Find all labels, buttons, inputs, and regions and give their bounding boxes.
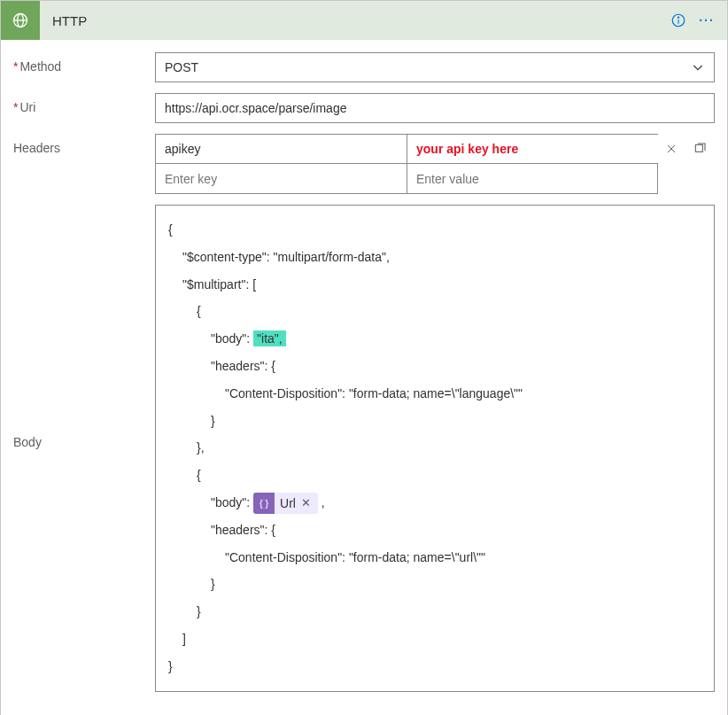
row-method: Method POST	[13, 52, 715, 82]
body-line: ]	[168, 626, 701, 653]
chevron-down-icon	[691, 60, 705, 74]
body-editor[interactable]: { "$content-type": "multipart/form-data"…	[155, 205, 715, 692]
panel-title: HTTP	[40, 13, 662, 28]
body-line: }	[168, 653, 701, 680]
svg-point-5	[678, 17, 678, 18]
row-headers: Headers your api key here	[13, 134, 715, 194]
body-line: "headers": {	[168, 353, 701, 380]
method-select[interactable]: POST	[155, 52, 715, 82]
body-line: "Content-Disposition": "form-data; name=…	[168, 544, 701, 571]
header-value-1[interactable]	[407, 164, 658, 194]
body-line: }	[168, 408, 701, 435]
svg-rect-8	[695, 144, 702, 152]
row-body: Body { "$content-type": "multipart/form-…	[13, 205, 715, 692]
expression-icon: { }	[253, 493, 275, 514]
http-action-panel: HTTP ··· Method POST	[0, 0, 728, 715]
switch-to-text-mode[interactable]	[686, 134, 713, 164]
body-line: "Content-Disposition": "form-data; name=…	[168, 380, 701, 408]
body-line: "body": "ita",	[168, 325, 701, 353]
info-icon[interactable]	[669, 11, 688, 30]
header-value-0[interactable]: your api key here	[407, 134, 658, 164]
body-line: "$content-type": "multipart/form-data",	[168, 244, 701, 271]
delete-header-row-0[interactable]	[658, 134, 685, 164]
header-key-0[interactable]	[155, 134, 407, 164]
form-body: Method POST Uri Headers	[1, 40, 727, 715]
http-icon	[1, 1, 40, 40]
header-key-1[interactable]	[155, 164, 407, 194]
method-value: POST	[165, 60, 198, 74]
row-uri: Uri	[13, 93, 715, 123]
body-line: }	[168, 571, 701, 598]
label-uri: Uri	[13, 93, 155, 114]
label-body: Body	[13, 205, 155, 449]
dynamic-content-token[interactable]: { } Url ✕	[253, 493, 318, 514]
uri-input[interactable]	[155, 93, 715, 123]
body-line: "$multipart": [	[168, 271, 701, 299]
body-line: {	[168, 216, 701, 244]
highlighted-value: "ita",	[253, 330, 286, 346]
label-headers: Headers	[13, 134, 155, 155]
label-method: Method	[13, 52, 155, 74]
body-line: },	[168, 434, 701, 462]
body-line: "body": { } Url ✕ ,	[168, 489, 701, 517]
body-line: "headers": {	[168, 517, 701, 544]
header-value-0-placeholder: your api key here	[416, 142, 518, 156]
token-label: Url	[280, 490, 296, 517]
more-menu-button[interactable]: ···	[697, 11, 716, 30]
remove-token-button[interactable]: ✕	[301, 491, 311, 517]
body-line: {	[168, 462, 701, 489]
body-line: {	[168, 298, 701, 325]
panel-header: HTTP ···	[1, 1, 727, 40]
body-line: }	[168, 598, 701, 626]
